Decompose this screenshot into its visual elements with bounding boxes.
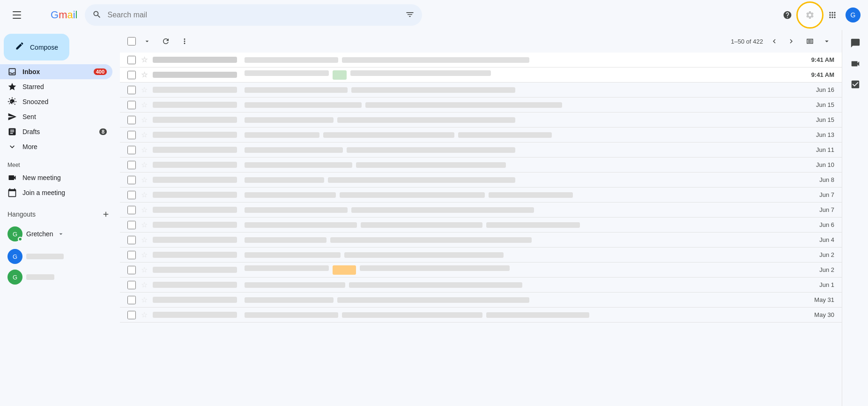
email-row[interactable]: ☆ May 31: [120, 293, 842, 308]
star-button[interactable]: ☆: [140, 100, 149, 110]
compose-label: Compose: [30, 44, 58, 51]
row-checkbox[interactable]: [127, 71, 136, 79]
user-avatar[interactable]: G: [846, 8, 861, 23]
right-panel-chat-button[interactable]: [846, 34, 865, 53]
row-checkbox[interactable]: [127, 146, 136, 154]
hangouts-user-gretchen[interactable]: G Gretchen: [7, 225, 112, 243]
star-button[interactable]: ☆: [140, 130, 149, 140]
right-panel-tasks-button[interactable]: [846, 75, 865, 94]
subject-snippet: [245, 132, 789, 138]
sidebar-item-join-meeting[interactable]: Join a meeting: [0, 185, 112, 200]
sidebar-avatar-item-1[interactable]: G: [7, 247, 112, 266]
search-bar[interactable]: [85, 4, 422, 26]
new-meeting-icon: [7, 173, 17, 182]
refresh-button[interactable]: [158, 34, 173, 49]
star-button[interactable]: ☆: [140, 145, 149, 155]
email-row[interactable]: ☆ Jun 7: [120, 203, 842, 218]
sidebar-item-starred[interactable]: Starred: [0, 79, 112, 94]
row-checkbox[interactable]: [127, 101, 136, 109]
row-checkbox[interactable]: [127, 131, 136, 139]
star-button[interactable]: ☆: [140, 280, 149, 290]
star-button[interactable]: ☆: [140, 85, 149, 95]
email-date: Jun 2: [797, 251, 834, 258]
sidebar-item-new-meeting[interactable]: New meeting: [0, 170, 112, 185]
subject-block: [245, 192, 336, 198]
sidebar-item-more[interactable]: More: [0, 139, 112, 154]
star-button[interactable]: ☆: [140, 250, 149, 260]
search-input[interactable]: [107, 11, 400, 19]
email-row[interactable]: ☆ Jun 15: [120, 113, 842, 128]
sidebar-avatar-item-2[interactable]: G: [7, 268, 112, 286]
inbox-badge: 400: [94, 68, 107, 75]
apps-button[interactable]: [823, 6, 842, 24]
star-button[interactable]: ☆: [140, 205, 149, 215]
next-page-button[interactable]: [784, 34, 799, 49]
email-row[interactable]: ☆ Jun 2: [120, 248, 842, 263]
settings-quick-button[interactable]: [819, 34, 834, 49]
star-button[interactable]: ☆: [140, 70, 149, 80]
row-checkbox[interactable]: [127, 176, 136, 184]
hamburger-menu-button[interactable]: [7, 6, 26, 24]
row-checkbox[interactable]: [127, 86, 136, 94]
star-button[interactable]: ☆: [140, 220, 149, 230]
row-checkbox[interactable]: [127, 56, 136, 64]
prev-page-button[interactable]: [767, 34, 782, 49]
select-dropdown-button[interactable]: [140, 34, 155, 49]
subject-snippet: [245, 222, 789, 228]
email-row[interactable]: ☆ Jun 7: [120, 188, 842, 203]
star-button[interactable]: ☆: [140, 190, 149, 200]
more-options-button[interactable]: [177, 34, 192, 49]
row-checkbox[interactable]: [127, 221, 136, 229]
star-button[interactable]: ☆: [140, 175, 149, 185]
right-panel-meet-button[interactable]: [846, 54, 865, 73]
email-row[interactable]: ☆ 9:41 AM: [120, 68, 842, 83]
avatar-name-placeholder-1: [26, 254, 64, 259]
sidebar-item-snoozed[interactable]: Snoozed: [0, 94, 112, 109]
star-button[interactable]: ☆: [140, 160, 149, 170]
view-toggle-button[interactable]: [802, 34, 817, 49]
star-button[interactable]: ☆: [140, 55, 149, 65]
star-button[interactable]: ☆: [140, 310, 149, 320]
select-all-checkbox[interactable]: [127, 37, 136, 45]
email-row[interactable]: ☆ Jun 16: [120, 83, 842, 98]
email-row[interactable]: ☆ Jun 6: [120, 218, 842, 233]
row-checkbox[interactable]: [127, 311, 136, 319]
search-filter-icon[interactable]: [405, 10, 415, 21]
snippet-block: [340, 192, 485, 198]
row-checkbox[interactable]: [127, 161, 136, 169]
help-button[interactable]: [778, 6, 797, 24]
add-hangout-button[interactable]: [99, 208, 112, 221]
more-label: More: [22, 143, 107, 150]
sender-placeholder: [153, 117, 237, 123]
email-row[interactable]: ☆ Jun 10: [120, 158, 842, 173]
email-row[interactable]: ☆ Jun 4: [120, 233, 842, 248]
compose-button[interactable]: Compose: [4, 34, 69, 60]
star-button[interactable]: ☆: [140, 265, 149, 275]
row-checkbox[interactable]: [127, 266, 136, 274]
sent-label: Sent: [22, 113, 107, 120]
settings-button[interactable]: [801, 6, 819, 24]
row-checkbox[interactable]: [127, 206, 136, 214]
email-row[interactable]: ☆ May 30: [120, 308, 842, 323]
email-row[interactable]: ☆ 9:41 AM: [120, 53, 842, 68]
email-date: Jun 8: [797, 176, 834, 183]
row-checkbox[interactable]: [127, 191, 136, 199]
email-row[interactable]: ☆ Jun 1: [120, 278, 842, 293]
subject-block: [245, 87, 348, 93]
row-checkbox[interactable]: [127, 236, 136, 244]
email-row[interactable]: ☆ Jun 13: [120, 128, 842, 143]
row-checkbox[interactable]: [127, 251, 136, 259]
email-row[interactable]: ☆ Jun 11: [120, 143, 842, 158]
star-button[interactable]: ☆: [140, 295, 149, 305]
star-button[interactable]: ☆: [140, 235, 149, 245]
sidebar-item-drafts[interactable]: Drafts 8: [0, 124, 112, 139]
row-checkbox[interactable]: [127, 116, 136, 124]
email-row[interactable]: ☆ Jun 2: [120, 263, 842, 278]
star-button[interactable]: ☆: [140, 115, 149, 125]
email-row[interactable]: ☆ Jun 8: [120, 173, 842, 188]
sidebar-item-inbox[interactable]: Inbox 400: [0, 64, 112, 79]
row-checkbox[interactable]: [127, 281, 136, 289]
sidebar-item-sent[interactable]: Sent: [0, 109, 112, 124]
email-row[interactable]: ☆ Jun 15: [120, 98, 842, 113]
row-checkbox[interactable]: [127, 296, 136, 304]
